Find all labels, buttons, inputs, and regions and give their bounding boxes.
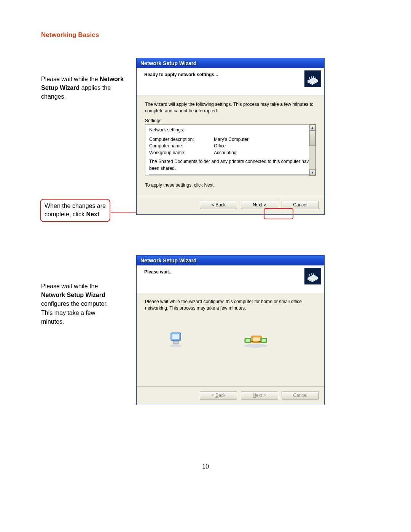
wizard-body: Please wait while the wizard configures … — [137, 293, 324, 386]
cancel-button[interactable]: Cancel — [282, 201, 319, 209]
svg-rect-8 — [246, 339, 250, 342]
back-button: < Back — [200, 391, 237, 399]
side-note-1: Please wait while the Network Setup Wiza… — [41, 75, 132, 101]
scrollbar[interactable]: ▲ ▼ — [309, 125, 315, 176]
wizard-2: Network Setup Wizard Please wait... Plea… — [136, 255, 325, 405]
scroll-thumb[interactable] — [309, 131, 315, 146]
section-title: Networking Basics — [41, 31, 99, 39]
apply-hint: To apply these settings, click Next. — [145, 182, 316, 189]
settings-row: Computer description: Mary's Computer — [149, 136, 312, 143]
network-icon — [242, 331, 269, 348]
wizard-header: Please wait... — [137, 265, 324, 293]
text: This may take a few — [41, 310, 95, 316]
scroll-up-button[interactable]: ▲ — [309, 125, 315, 131]
wizard-header: Ready to apply network settings... — [137, 68, 324, 96]
wizard-footer: < Back Next > Cancel — [137, 387, 324, 405]
wizard-titlebar: Network Setup Wizard — [137, 58, 324, 68]
cancel-button: Cancel — [282, 391, 319, 399]
settings-val: Accounting — [214, 150, 236, 156]
callout-line2-prefix: complete, click — [45, 211, 86, 217]
callout-box: When the changes are complete, click Nex… — [40, 199, 110, 222]
svg-point-4 — [244, 344, 267, 348]
wizard-1: Network Setup Wizard Ready to apply netw… — [136, 58, 325, 215]
side-note-2: Please wait while the Network Setup Wiza… — [41, 282, 132, 326]
settings-val: Office — [214, 143, 226, 149]
settings-key: Workgroup name: — [149, 150, 214, 156]
wizard-header-title: Ready to apply network settings... — [144, 72, 320, 77]
settings-listbox[interactable]: Network settings: Computer description: … — [145, 124, 316, 176]
svg-rect-6 — [253, 337, 260, 341]
next-button: Next > — [241, 391, 278, 399]
callout-line1: When the changes are — [45, 203, 106, 209]
document-page: Networking Basics Please wait while the … — [0, 0, 411, 532]
svg-rect-10 — [262, 339, 266, 342]
settings-label: Settings: — [145, 118, 316, 123]
settings-row: Workgroup name: Accounting — [149, 150, 312, 156]
next-button[interactable]: Next > — [241, 201, 278, 209]
svg-rect-1 — [172, 334, 179, 339]
wizard-header-title: Please wait... — [144, 269, 320, 275]
back-button[interactable]: < Back — [200, 201, 237, 209]
text: Please wait while the — [41, 283, 98, 289]
settings-shared-line: The Shared Documents folder and any prin… — [149, 158, 312, 172]
text-bold: Network Setup Wizard — [41, 292, 105, 298]
progress-icons — [145, 331, 316, 348]
settings-content: Network settings: Computer description: … — [145, 125, 315, 176]
settings-key: Computer name: — [149, 143, 214, 149]
text: configures the computer. — [41, 300, 108, 307]
wizard-body: The wizard will apply the following sett… — [137, 96, 324, 196]
settings-row: Computer name: Office — [149, 143, 312, 149]
wizard-titlebar: Network Setup Wizard — [137, 256, 324, 265]
callout-line2-bold: Next — [86, 211, 99, 217]
settings-val: Mary's Computer — [214, 136, 249, 143]
text: minutes. — [41, 318, 64, 325]
wizard-footer: < Back Next > Cancel — [137, 196, 324, 214]
wizard-body-para: The wizard will apply the following sett… — [145, 101, 316, 114]
settings-heading: Network settings: — [149, 127, 312, 133]
wizard-body-para: Please wait while the wizard configures … — [145, 299, 316, 312]
svg-point-3 — [170, 344, 182, 347]
text: Please wait while the — [41, 76, 100, 82]
network-router-icon — [304, 268, 321, 284]
scroll-down-button[interactable]: ▼ — [309, 169, 315, 176]
page-number: 10 — [0, 463, 411, 471]
svg-rect-2 — [173, 341, 178, 343]
computer-icon — [168, 331, 185, 348]
settings-key: Computer description: — [149, 136, 214, 143]
network-router-icon — [304, 70, 321, 87]
